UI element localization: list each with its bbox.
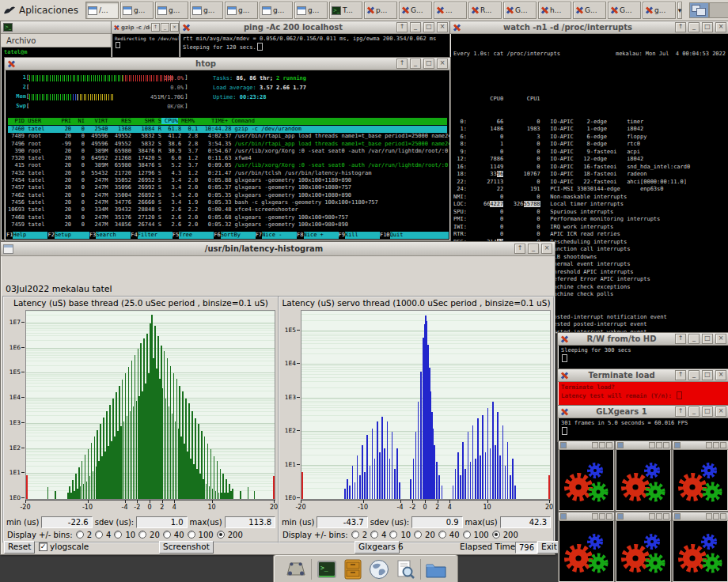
taskbar-window-button[interactable]: p...	[364, 2, 397, 19]
shade-button[interactable]: ↑	[514, 244, 525, 254]
glxgears-render-window[interactable]	[672, 512, 728, 582]
close-button[interactable]	[606, 513, 612, 520]
shade-button[interactable]: ↑	[396, 22, 408, 32]
taskbar-window-button[interactable]: R...	[468, 2, 502, 19]
terminate-load-window[interactable]: Terminate load ↑ _ □ × Terminate load? L…	[557, 368, 728, 406]
taskbar-window-button[interactable]: G...	[608, 2, 641, 19]
file-cabinet-icon[interactable]	[342, 558, 364, 580]
htop-process-row[interactable]: 415 root 20 0 389M 65980 38476 S 5.2 3.7…	[8, 162, 447, 169]
terminal-content[interactable]: Redirecting to /dev/null	[112, 34, 179, 57]
taskbar-window-button[interactable]: G...	[399, 2, 432, 19]
shade-button[interactable]: ↑	[675, 406, 686, 417]
htop-process-row[interactable]: 7320 tatel 20 0 64992 21268 17420 S 6.0 …	[8, 155, 447, 162]
rw-hd-titlebar[interactable]: R/W from/to HD ↑ _ □ ×	[558, 333, 728, 346]
reset-button[interactable]: Reset	[4, 541, 35, 554]
htop-fkey-action[interactable]: Nice -	[262, 232, 297, 240]
htop-process-row[interactable]: 10693 tatel 20 0 334M 39432 28848 S 2.6 …	[8, 206, 447, 214]
terminal-launcher-icon[interactable]: >_	[316, 558, 338, 580]
terminal-content[interactable]: 301 frames in 5.0 seconds = 60.016 FPS	[559, 418, 728, 440]
glxgears-render-window[interactable]	[672, 440, 728, 512]
shade-button[interactable]: ↑	[151, 23, 160, 32]
minimize-button[interactable]	[706, 513, 712, 520]
bins-radio-4[interactable]	[95, 531, 103, 539]
rw-hd-window[interactable]: R/W from/to HD ↑ _ □ × Sleeping for 300 …	[557, 332, 728, 370]
watch-titlebar[interactable]: watch -n1 -d /proc/interrupts ↑ _ □ ×	[450, 21, 728, 34]
screenshot-tool-icon[interactable]	[394, 558, 416, 580]
minimize-button[interactable]: _	[688, 22, 700, 32]
htop-fkey-F8[interactable]: F8	[297, 232, 303, 240]
latency-titlebar[interactable]: /usr/bin/latency-histogram ↑ _ ×	[1, 242, 555, 256]
terminate-load-titlebar[interactable]: Terminate load ↑ _ □ ×	[558, 369, 728, 382]
taskbar-window-button[interactable]: g...	[260, 2, 293, 19]
latency-histogram-window[interactable]: /usr/bin/latency-histogram ↑ _ × 03Jul20…	[0, 241, 555, 555]
taskbar-window-button[interactable]: G...	[573, 2, 606, 19]
maximize-button[interactable]	[656, 513, 662, 520]
taskbar-window-button[interactable]: g...	[120, 2, 154, 19]
show-desktop-icon[interactable]	[285, 558, 307, 580]
htop-table-header[interactable]: PID USER PRI NI VIRT RES SHR S CPU% MEM%…	[8, 118, 447, 125]
screenshot-button[interactable]: Screenshot	[159, 541, 214, 554]
sdev-value-field[interactable]: 0.9	[411, 516, 462, 528]
htop-process-row[interactable]: 7489 root 20 0 49596 49552 5832 S 41.2 2…	[8, 133, 447, 140]
maximize-button[interactable]	[713, 442, 719, 448]
htop-process-row[interactable]: 7459 tatel 20 0 247M 34856 26744 S 2.6 2…	[8, 221, 447, 229]
htop-fkey-action[interactable]: Tree	[179, 232, 214, 240]
close-button[interactable]	[720, 513, 726, 520]
htop-window[interactable]: htop ↑ _ □ × 1[100.0%]2[0.0%]Mem[451M/1.…	[4, 57, 451, 241]
glxgears-status-titlebar[interactable]: GLXgears 1 ↑ _ □ ×	[558, 406, 728, 418]
htop-content[interactable]: 1[100.0%]2[0.0%]Mem[451M/1.70G]Swp[0K/0K…	[6, 70, 449, 240]
htop-fkey-F4[interactable]: F4	[131, 232, 137, 240]
maximize-button[interactable]	[656, 442, 662, 448]
taskbar-window-button[interactable]: g...	[155, 2, 188, 19]
close-button[interactable]	[663, 513, 669, 520]
close-button[interactable]	[720, 442, 726, 448]
maximize-button[interactable]	[599, 442, 605, 448]
workspace-pager[interactable]	[689, 2, 728, 18]
close-button[interactable]: ×	[541, 244, 552, 254]
close-button[interactable]: ×	[715, 406, 726, 417]
htop-fkey-action[interactable]: Help	[13, 232, 47, 240]
gearwin-titlebar[interactable]	[559, 512, 614, 521]
htop-fkey-F9[interactable]: F9	[339, 232, 345, 240]
htop-function-key-bar[interactable]: F1HelpF2SetupF3SearchF4FilterF5TreeF6Sor…	[6, 232, 449, 240]
htop-fkey-F3[interactable]: F3	[89, 232, 96, 240]
close-button[interactable]	[663, 442, 669, 448]
htop-fkey-F6[interactable]: F6	[214, 232, 220, 240]
minimize-button[interactable]	[706, 442, 712, 448]
workspace-2[interactable]	[709, 2, 728, 18]
gzip-titlebar[interactable]: gzip -c /dev/urand ↑ _ ×	[112, 21, 180, 34]
minimize-button[interactable]	[649, 513, 655, 520]
bins-radio-40[interactable]	[438, 531, 446, 539]
max-value-field[interactable]: 42.3	[500, 516, 551, 528]
gearwin-titlebar[interactable]	[616, 441, 671, 450]
htop-fkey-action[interactable]: Kill	[345, 232, 380, 240]
bins-radio-100[interactable]	[188, 531, 195, 539]
minimize-button[interactable]: _	[161, 23, 169, 32]
close-button[interactable]: ×	[715, 370, 726, 380]
htop-fkey-action[interactable]: SortBy	[221, 232, 256, 240]
minimize-button[interactable]: _	[410, 22, 421, 32]
bins-radio-20[interactable]	[138, 531, 146, 539]
glxgears-render-window[interactable]	[558, 440, 615, 512]
minimize-button[interactable]	[649, 442, 655, 448]
shade-button[interactable]: ↑	[396, 59, 408, 69]
sdev-value-field[interactable]: 1.0	[136, 516, 187, 528]
maximize-button[interactable]: □	[702, 22, 713, 32]
htop-process-row[interactable]: 7456 tatel 20 0 247M 34776 26660 S 3.4 1…	[8, 199, 447, 206]
taskbar-window-button[interactable]: g...	[294, 2, 328, 19]
htop-process-table[interactable]: 7460 tatel 20 0 2540 1368 1084 R 61.8 0.…	[8, 126, 447, 229]
close-button[interactable]: ×	[170, 23, 179, 32]
taskbar-window-button[interactable]: >_T...	[329, 2, 362, 19]
background-terminal-titlebar[interactable]: >_	[1, 21, 112, 34]
bins-radio-200[interactable]	[217, 531, 225, 539]
htop-process-row[interactable]: 390 root 20 0 389M 65980 38476 R 30.9 3.…	[8, 148, 447, 155]
bins-radio-10[interactable]	[389, 531, 397, 539]
htop-fkey-F7[interactable]: F7	[256, 232, 262, 240]
bins-radio-40[interactable]	[163, 531, 171, 539]
htop-process-row[interactable]: 7432 tatel 20 0 55432 21720 12796 S 4.3 …	[8, 170, 447, 177]
close-button[interactable]: ×	[715, 334, 726, 344]
taskbar-window-button[interactable]: G...	[503, 2, 537, 19]
bins-radio-2[interactable]	[76, 531, 84, 539]
bins-radio-10[interactable]	[114, 531, 122, 539]
htop-fkey-action[interactable]: Filter	[138, 232, 173, 240]
